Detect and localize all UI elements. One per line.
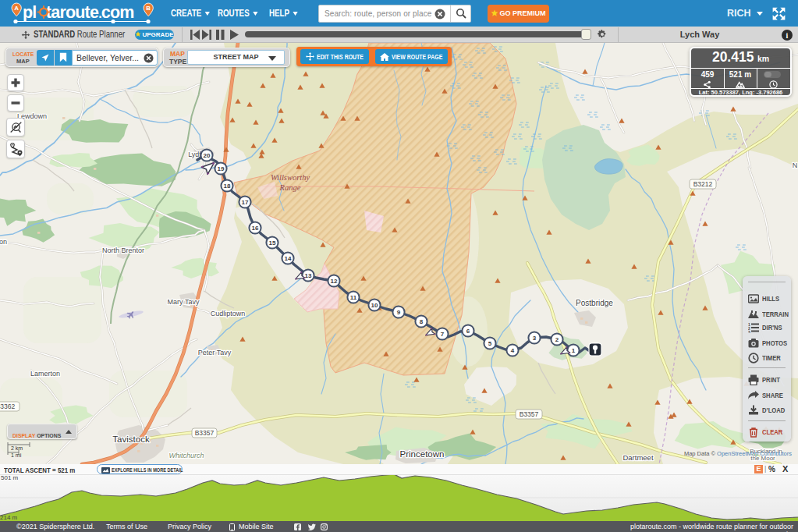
svg-text:Mary Tavy: Mary Tavy: [168, 298, 200, 306]
svg-text:6: 6: [466, 328, 470, 335]
svg-text:1: 1: [572, 347, 576, 354]
svg-text:20: 20: [204, 152, 211, 159]
svg-text:on: on: [0, 238, 7, 246]
svg-text:B3357: B3357: [195, 429, 215, 437]
svg-text:16: 16: [252, 225, 259, 232]
svg-text:8: 8: [420, 318, 424, 325]
svg-text:Cudliptown: Cudliptown: [211, 310, 246, 317]
svg-text:Willsworthy: Willsworthy: [271, 173, 310, 182]
svg-text:A: A: [14, 5, 19, 12]
svg-text:Postbridge: Postbridge: [576, 299, 613, 307]
svg-text:18: 18: [224, 183, 231, 190]
svg-text:B3357: B3357: [520, 410, 539, 418]
svg-text:13: 13: [305, 272, 312, 279]
svg-text:5: 5: [488, 340, 492, 347]
svg-text:Lamerton: Lamerton: [30, 370, 60, 378]
svg-text:Range: Range: [279, 183, 301, 192]
svg-text:7: 7: [441, 331, 445, 338]
svg-text:Princetown: Princetown: [400, 449, 445, 459]
svg-text:14: 14: [285, 255, 292, 262]
svg-text:Peter Tavy: Peter Tavy: [198, 349, 232, 356]
svg-text:9: 9: [397, 309, 401, 316]
svg-text:North Brentor: North Brentor: [102, 246, 144, 254]
svg-text:Tavistock: Tavistock: [112, 434, 150, 444]
svg-text:B3362: B3362: [0, 403, 16, 410]
svg-text:i: i: [786, 30, 789, 39]
svg-text:12: 12: [331, 278, 338, 285]
svg-text:19: 19: [218, 165, 225, 172]
svg-text:2 km: 2 km: [11, 445, 23, 451]
svg-text:B3212: B3212: [693, 180, 713, 188]
svg-text:11: 11: [350, 294, 357, 301]
svg-text:3: 3: [748, 330, 750, 334]
svg-text:15: 15: [269, 239, 276, 246]
svg-text:10: 10: [371, 302, 378, 309]
svg-text:B: B: [146, 5, 151, 12]
svg-text:2: 2: [555, 336, 559, 343]
svg-text:4: 4: [511, 347, 515, 354]
svg-text:Whitchurch: Whitchurch: [168, 452, 204, 459]
svg-text:1 mi: 1 mi: [11, 452, 22, 458]
svg-text:17: 17: [242, 199, 249, 206]
svg-text:3: 3: [533, 335, 537, 342]
svg-text:N: N: [793, 161, 798, 169]
